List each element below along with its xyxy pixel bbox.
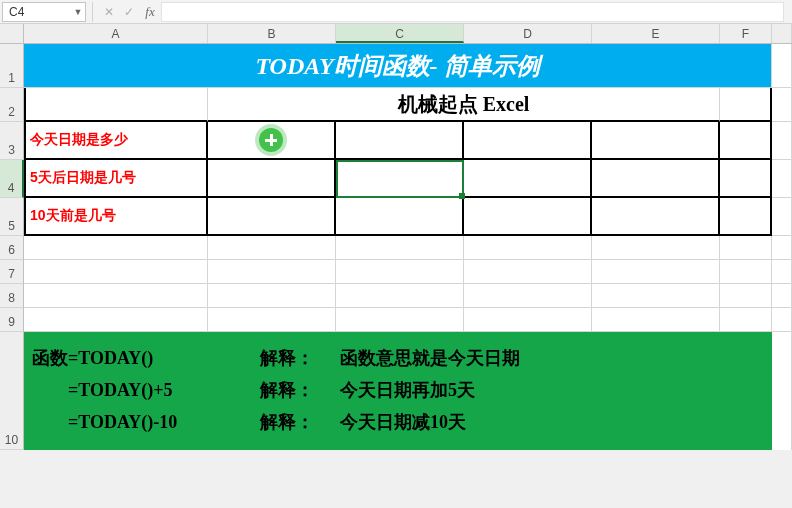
cell-f8[interactable] xyxy=(720,284,772,308)
col-header-b[interactable]: B xyxy=(208,24,336,43)
cell-d4[interactable] xyxy=(464,160,592,198)
footer-line-1: 函数=TODAY() 解释： 函数意思就是今天日期 xyxy=(32,342,764,374)
footer-label-3: 解释： xyxy=(260,406,340,438)
formula-input[interactable] xyxy=(161,2,784,22)
row-header-3[interactable]: 3 xyxy=(0,122,24,160)
cell-tail[interactable] xyxy=(772,332,792,450)
cell-f3[interactable] xyxy=(720,122,772,160)
cell-tail[interactable] xyxy=(772,284,792,308)
q3-text: 10天前是几号 xyxy=(26,207,116,225)
column-headers: A B C D E F xyxy=(0,24,792,44)
footer-label-1: 解释： xyxy=(260,342,340,374)
col-header-f[interactable]: F xyxy=(720,24,772,43)
chevron-down-icon[interactable]: ▼ xyxy=(71,7,85,17)
cell-a8[interactable] xyxy=(24,284,208,308)
cell-tail[interactable] xyxy=(772,308,792,332)
cell-tail[interactable] xyxy=(772,88,792,122)
cell-a9[interactable] xyxy=(24,308,208,332)
cell-tail[interactable] xyxy=(772,260,792,284)
cell-d5[interactable] xyxy=(464,198,592,236)
cell-tail[interactable] xyxy=(772,160,792,198)
cell-c4[interactable] xyxy=(336,160,464,198)
footer-desc-3: 今天日期减10天 xyxy=(340,406,466,438)
row-header-9[interactable]: 9 xyxy=(0,308,24,332)
row-header-10[interactable]: 10 xyxy=(0,332,24,450)
cell-e4[interactable] xyxy=(592,160,720,198)
cell-c3[interactable] xyxy=(336,122,464,160)
row-header-4[interactable]: 4 xyxy=(0,160,24,198)
row-header-2[interactable]: 2 xyxy=(0,88,24,122)
cell-b8[interactable] xyxy=(208,284,336,308)
cell-a7[interactable] xyxy=(24,260,208,284)
cell-d9[interactable] xyxy=(464,308,592,332)
cell-f6[interactable] xyxy=(720,236,772,260)
cell-b3[interactable] xyxy=(208,122,336,160)
cell-a4[interactable]: 5天后日期是几号 xyxy=(24,160,208,198)
row-header-7[interactable]: 7 xyxy=(0,260,24,284)
cell-f4[interactable] xyxy=(720,160,772,198)
cell-subtitle[interactable]: 机械起点 Excel xyxy=(208,88,720,122)
footer-formula-2: =TODAY()+5 xyxy=(32,374,260,406)
subtitle-text: 机械起点 Excel xyxy=(398,91,530,118)
cell-tail[interactable] xyxy=(772,198,792,236)
select-all-corner[interactable] xyxy=(0,24,24,43)
col-header-a[interactable]: A xyxy=(24,24,208,43)
cell-e9[interactable] xyxy=(592,308,720,332)
cell-b9[interactable] xyxy=(208,308,336,332)
footer-block: 函数=TODAY() 解释： 函数意思就是今天日期 =TODAY()+5 解释：… xyxy=(24,332,772,450)
cell-e5[interactable] xyxy=(592,198,720,236)
cell-f7[interactable] xyxy=(720,260,772,284)
cell-d7[interactable] xyxy=(464,260,592,284)
row-header-8[interactable]: 8 xyxy=(0,284,24,308)
row-header-6[interactable]: 6 xyxy=(0,236,24,260)
plus-icon[interactable] xyxy=(259,128,283,152)
col-header-tail xyxy=(772,24,792,43)
cell-a5[interactable]: 10天前是几号 xyxy=(24,198,208,236)
cell-tail[interactable] xyxy=(772,122,792,160)
footer-line-2: =TODAY()+5 解释： 今天日期再加5天 xyxy=(32,374,764,406)
cell-b7[interactable] xyxy=(208,260,336,284)
name-box[interactable]: C4 ▼ xyxy=(2,2,86,22)
cell-tail[interactable] xyxy=(772,44,792,88)
cancel-icon[interactable]: ✕ xyxy=(99,2,119,22)
cell-d3[interactable] xyxy=(464,122,592,160)
cell-tail[interactable] xyxy=(772,236,792,260)
cell-e6[interactable] xyxy=(592,236,720,260)
spreadsheet-grid: A B C D E F 1 2 3 4 5 6 7 8 9 10 TODAY时间… xyxy=(0,24,792,450)
cell-f2[interactable] xyxy=(720,88,772,122)
cell-b4[interactable] xyxy=(208,160,336,198)
row-header-5[interactable]: 5 xyxy=(0,198,24,236)
title-text: TODAY时间函数- 简单示例 xyxy=(255,50,539,82)
enter-icon[interactable]: ✓ xyxy=(119,2,139,22)
q1-text: 今天日期是多少 xyxy=(26,131,128,149)
row-header-1[interactable]: 1 xyxy=(0,44,24,88)
cell-e7[interactable] xyxy=(592,260,720,284)
cell-c5[interactable] xyxy=(336,198,464,236)
cells-area: TODAY时间函数- 简单示例 机械起点 Excel 今天日期是多少 xyxy=(24,44,792,450)
cell-a6[interactable] xyxy=(24,236,208,260)
cell-footer[interactable]: 函数=TODAY() 解释： 函数意思就是今天日期 =TODAY()+5 解释：… xyxy=(24,332,772,450)
cell-a2[interactable] xyxy=(24,88,208,122)
cell-c6[interactable] xyxy=(336,236,464,260)
cell-f9[interactable] xyxy=(720,308,772,332)
cell-c9[interactable] xyxy=(336,308,464,332)
fx-icon[interactable]: fx xyxy=(139,4,161,20)
cell-b5[interactable] xyxy=(208,198,336,236)
footer-desc-1: 函数意思就是今天日期 xyxy=(340,342,520,374)
cell-d8[interactable] xyxy=(464,284,592,308)
footer-formula-1: 函数=TODAY() xyxy=(32,342,260,374)
footer-desc-2: 今天日期再加5天 xyxy=(340,374,475,406)
col-header-e[interactable]: E xyxy=(592,24,720,43)
cell-c8[interactable] xyxy=(336,284,464,308)
col-header-d[interactable]: D xyxy=(464,24,592,43)
cell-e3[interactable] xyxy=(592,122,720,160)
cell-b6[interactable] xyxy=(208,236,336,260)
cell-c7[interactable] xyxy=(336,260,464,284)
cell-a3[interactable]: 今天日期是多少 xyxy=(24,122,208,160)
col-header-c[interactable]: C xyxy=(336,24,464,43)
cell-e8[interactable] xyxy=(592,284,720,308)
cell-f5[interactable] xyxy=(720,198,772,236)
cell-title[interactable]: TODAY时间函数- 简单示例 xyxy=(24,44,772,88)
row-headers: 1 2 3 4 5 6 7 8 9 10 xyxy=(0,44,24,450)
cell-d6[interactable] xyxy=(464,236,592,260)
